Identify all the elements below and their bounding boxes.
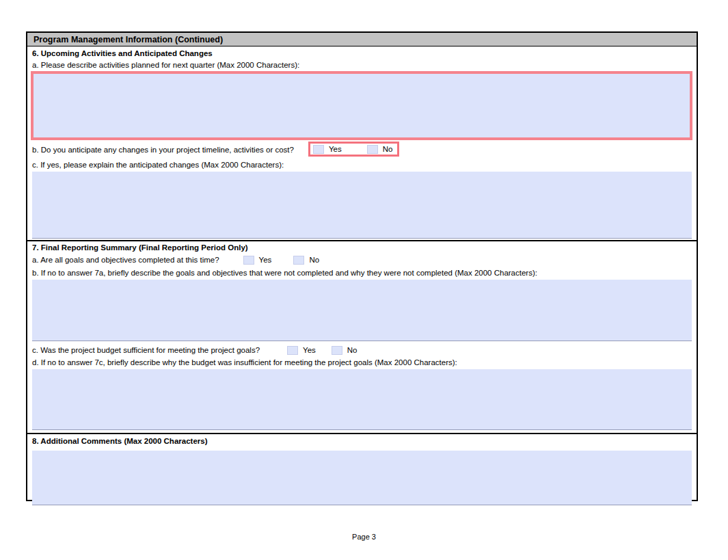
q8-comments-field[interactable] bbox=[32, 451, 692, 505]
q7c-label: c. Was the project budget sufficient for… bbox=[32, 345, 260, 355]
q7d-budget-field[interactable] bbox=[32, 369, 692, 430]
q7a-yes-label: Yes bbox=[259, 255, 272, 265]
q7b-goals-field[interactable] bbox=[32, 280, 692, 341]
q7c-yn-group: Yes No bbox=[287, 345, 357, 355]
q6b-label: b. Do you anticipate any changes in your… bbox=[32, 145, 294, 155]
q7c-row: c. Was the project budget sufficient for… bbox=[32, 345, 691, 355]
q6c-changes-field[interactable] bbox=[32, 172, 692, 239]
q6b-yes-label: Yes bbox=[329, 144, 342, 154]
section7-heading: 7. Final Reporting Summary (Final Report… bbox=[32, 243, 691, 252]
q6b-required-highlight: Yes No bbox=[308, 142, 399, 157]
q7a-no-label: No bbox=[309, 255, 319, 265]
section6-heading: 6. Upcoming Activities and Anticipated C… bbox=[32, 49, 691, 58]
q6c-label: c. If yes, please explain the anticipate… bbox=[32, 160, 691, 170]
q7c-yes-checkbox[interactable] bbox=[287, 346, 298, 355]
section-divider bbox=[27, 433, 697, 434]
section8-heading: 8. Additional Comments (Max 2000 Charact… bbox=[32, 436, 691, 446]
q7b-label: b. If no to answer 7a, briefly describe … bbox=[32, 268, 691, 278]
q6b-no-label: No bbox=[383, 144, 393, 154]
q7c-no-checkbox[interactable] bbox=[332, 346, 342, 355]
section-header-title: Program Management Information (Continue… bbox=[33, 35, 223, 44]
q6a-label: a. Please describe activities planned fo… bbox=[32, 60, 691, 70]
q7d-label: d. If no to answer 7c, briefly describe … bbox=[32, 358, 691, 367]
q7c-no-label: No bbox=[347, 345, 358, 355]
q6b-no-checkbox[interactable] bbox=[367, 145, 378, 154]
q7a-yes-checkbox[interactable] bbox=[243, 256, 254, 265]
q6a-required-highlight bbox=[31, 71, 692, 140]
q7c-yes-label: Yes bbox=[303, 345, 316, 355]
section-divider bbox=[27, 240, 697, 241]
q7a-row: a. Are all goals and objectives complete… bbox=[32, 255, 691, 265]
q7a-label: a. Are all goals and objectives complete… bbox=[32, 255, 219, 265]
q6b-yes-checkbox[interactable] bbox=[313, 145, 324, 154]
q7a-no-checkbox[interactable] bbox=[293, 256, 304, 265]
section-header-bar: Program Management Information (Continue… bbox=[27, 33, 697, 46]
form-page: Program Management Information (Continue… bbox=[26, 31, 698, 501]
q7a-yn-group: Yes No bbox=[243, 255, 319, 265]
q6b-row: b. Do you anticipate any changes in your… bbox=[32, 143, 691, 157]
page-number: Page 3 bbox=[0, 533, 728, 541]
q6a-activities-field[interactable] bbox=[33, 74, 690, 137]
document-canvas: Program Management Information (Continue… bbox=[0, 0, 728, 560]
